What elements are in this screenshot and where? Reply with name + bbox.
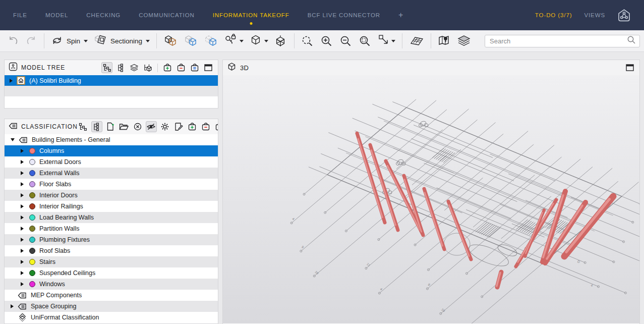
- viewport-3d-canvas[interactable]: ABCD4491011491011: [223, 75, 639, 323]
- expand-icon[interactable]: [21, 215, 24, 220]
- classification-group-space-grouping[interactable]: Space Grouping: [5, 301, 218, 312]
- classification-item-columns[interactable]: Columns: [5, 145, 218, 156]
- basket-set-icon[interactable]: [189, 62, 200, 73]
- classification-item-label: Windows: [39, 281, 65, 288]
- expand-icon[interactable]: [21, 238, 24, 242]
- hide-unclassified-icon[interactable]: [146, 121, 157, 132]
- classification-item-plumbing-fixtures[interactable]: Plumbing Fixtures: [5, 234, 218, 245]
- menu-items: FILEMODELCHECKINGCOMMUNICATIONINFORMATIO…: [13, 11, 403, 20]
- color-dot-icon: [29, 270, 35, 276]
- zoom-in-button[interactable]: [318, 32, 336, 49]
- expand-icon[interactable]: [21, 193, 24, 197]
- dimension-plane-button[interactable]: [406, 32, 427, 49]
- transparent-cubes-button[interactable]: [201, 32, 220, 49]
- classification-item-stairs[interactable]: Stairs: [5, 256, 218, 267]
- open-classification-icon[interactable]: [119, 121, 130, 132]
- expand-icon[interactable]: [21, 160, 24, 164]
- settings-icon[interactable]: [159, 121, 170, 132]
- views-button[interactable]: VIEWS: [584, 12, 605, 18]
- expand-icon[interactable]: [21, 171, 24, 175]
- viewport-3d-panel: 3D ABCD4491011491011: [222, 60, 640, 324]
- show-selected-cubes-button[interactable]: [161, 32, 180, 49]
- pick-arrow-icon: [378, 34, 389, 48]
- todo-button[interactable]: TO-DO (3/7): [535, 12, 572, 18]
- search-icon[interactable]: [627, 35, 636, 46]
- tree-view-icon[interactable]: [101, 62, 112, 73]
- classification-item-windows[interactable]: Windows: [5, 279, 218, 290]
- redo-button[interactable]: [23, 32, 40, 49]
- expand-icon[interactable]: [10, 79, 13, 83]
- list-view-icon[interactable]: [115, 62, 126, 73]
- classification-title: CLASSIFICATION: [21, 123, 78, 130]
- pick-button[interactable]: [375, 32, 398, 49]
- tag-icon: [18, 291, 27, 300]
- hide-selected-cubes-button[interactable]: [181, 32, 200, 49]
- expand-icon[interactable]: [21, 260, 24, 264]
- classification-item-label: Interior Railings: [39, 203, 83, 210]
- tree-view-icon[interactable]: [78, 121, 89, 132]
- menu-file[interactable]: FILE: [13, 12, 27, 18]
- classification-rows: Building Elements - General Columns Exte…: [5, 134, 218, 323]
- expand-icon[interactable]: [11, 304, 14, 308]
- layers-view-icon[interactable]: [129, 62, 140, 73]
- expand-icon[interactable]: [21, 182, 24, 186]
- basket-set-icon[interactable]: [214, 121, 218, 132]
- layers-button[interactable]: [454, 32, 474, 49]
- classification-item-suspended-ceilings[interactable]: Suspended Ceilings: [5, 267, 218, 279]
- close-classification-icon[interactable]: [132, 121, 143, 132]
- basket-add-icon[interactable]: [187, 121, 198, 132]
- menu-right: TO-DO (3/7) VIEWS: [535, 9, 631, 22]
- toolbar-separator: [44, 33, 44, 48]
- show-in-3d-icon[interactable]: [142, 62, 153, 73]
- search-input[interactable]: [489, 37, 627, 45]
- classification-item-floor-slabs[interactable]: Floor Slabs: [5, 179, 218, 190]
- classification-item-external-walls[interactable]: External Walls: [5, 168, 218, 179]
- zoom-window-button[interactable]: [356, 32, 374, 49]
- search-box[interactable]: [485, 35, 640, 47]
- new-classification-icon[interactable]: [105, 121, 116, 132]
- expand-icon[interactable]: [21, 149, 24, 153]
- classification-group-uniformat-classification[interactable]: UniFormat Classification: [5, 312, 218, 323]
- expand-icon[interactable]: [21, 204, 24, 208]
- lock-button[interactable]: [221, 32, 246, 49]
- list-view-icon[interactable]: [91, 121, 102, 132]
- map-button[interactable]: [435, 32, 453, 49]
- basket-remove-icon[interactable]: [175, 62, 187, 73]
- menu-checking[interactable]: CHECKING: [86, 12, 121, 18]
- floor-levels-button[interactable]: [272, 32, 290, 49]
- model-tree-panel: MODEL TREE (A) Solibri Building: [4, 60, 218, 109]
- view-cube-button[interactable]: [247, 32, 271, 49]
- expand-icon[interactable]: [21, 249, 24, 253]
- classification-item-label: Partition Walls: [39, 225, 79, 232]
- expand-icon[interactable]: [21, 271, 24, 275]
- collapse-icon[interactable]: [11, 138, 15, 141]
- expand-icon[interactable]: [21, 227, 24, 231]
- panel-menu-icon[interactable]: [624, 62, 635, 73]
- expand-icon[interactable]: [21, 282, 24, 286]
- menu-communication[interactable]: COMMUNICATION: [139, 12, 195, 18]
- spin-button[interactable]: Spin: [48, 32, 90, 49]
- menu-bcf-live-connector[interactable]: BCF LIVE CONNECTOR: [308, 12, 380, 18]
- sectioning-button[interactable]: Sectioning: [91, 32, 152, 49]
- basket-remove-icon[interactable]: [200, 121, 211, 132]
- classification-item-interior-railings[interactable]: Interior Railings: [5, 201, 218, 212]
- model-tree-row[interactable]: (A) Solibri Building: [5, 75, 218, 86]
- classification-group-row[interactable]: Building Elements - General: [5, 134, 218, 145]
- menu-add-tab[interactable]: +: [398, 11, 403, 20]
- zoom-fit-button[interactable]: [299, 32, 317, 49]
- menu-model[interactable]: MODEL: [45, 12, 68, 18]
- classification-item-interior-doors[interactable]: Interior Doors: [5, 190, 218, 201]
- menu-information-takeoff[interactable]: INFORMATION TAKEOFF: [213, 12, 289, 18]
- toolbar-separator: [156, 33, 157, 48]
- classification-group-mep-components[interactable]: MEP Components: [5, 290, 218, 301]
- classification-item-roof-slabs[interactable]: Roof Slabs: [5, 245, 218, 256]
- zoom-out-button[interactable]: [337, 32, 355, 49]
- undo-button[interactable]: [5, 32, 22, 49]
- edit-classification-icon[interactable]: [173, 121, 184, 132]
- panel-menu-icon[interactable]: [203, 62, 214, 73]
- classification-item-external-doors[interactable]: External Doors: [5, 156, 218, 168]
- classification-item-partition-walls[interactable]: Partition Walls: [5, 223, 218, 234]
- classification-item-label: External Walls: [39, 170, 79, 177]
- classification-item-load-bearing-walls[interactable]: Load Bearing Walls: [5, 212, 218, 223]
- basket-add-icon[interactable]: [162, 62, 173, 73]
